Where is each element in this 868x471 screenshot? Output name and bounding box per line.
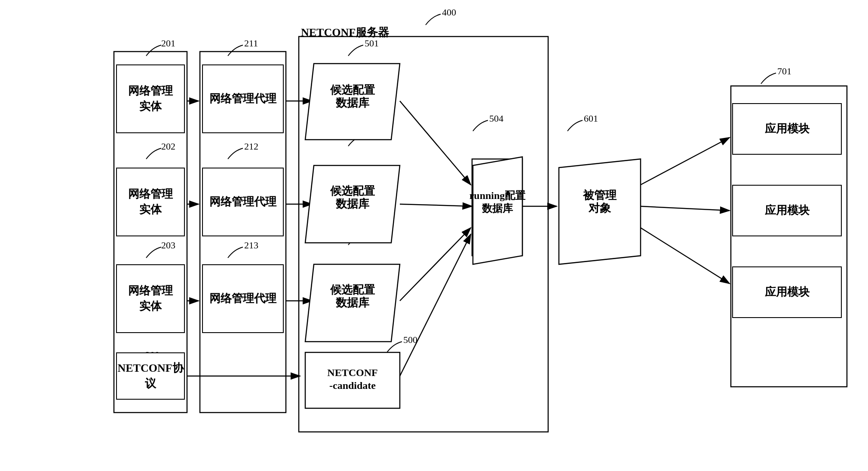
label-203: 203 [161, 240, 175, 251]
agent-1: 网络管理代理 [202, 64, 284, 133]
label-500: 500 [403, 334, 417, 346]
label-502: 502 [365, 128, 379, 139]
entity-2: 网络管理实体 [116, 168, 185, 236]
label-201: 201 [161, 38, 175, 49]
app-3-label: 应用模块 [765, 284, 810, 300]
label-504: 504 [489, 113, 503, 124]
agent-3: 网络管理代理 [202, 264, 284, 333]
label-213: 213 [244, 240, 258, 251]
app-1: 应用模块 [732, 103, 842, 155]
svg-line-16 [400, 234, 471, 376]
svg-line-20 [641, 228, 730, 284]
app-2-label: 应用模块 [765, 203, 810, 218]
svg-line-14 [400, 204, 472, 206]
netconf-server-label: NETCONF服务器 [301, 25, 389, 40]
entity-1-label: 网络管理实体 [128, 83, 173, 115]
entity-3: 网络管理实体 [116, 264, 185, 333]
label-503: 503 [365, 227, 379, 238]
app-2: 应用模块 [732, 185, 842, 236]
agent-2-label: 网络管理代理 [209, 194, 276, 210]
netconf-proto: NETCONF协议 [116, 352, 185, 400]
svg-line-13 [400, 101, 471, 185]
diagram: 201 202 203 200 211 212 213 501 502 503 … [0, 0, 868, 471]
svg-line-19 [641, 206, 730, 211]
agent-2: 网络管理代理 [202, 168, 284, 236]
entity-2-label: 网络管理实体 [128, 187, 173, 218]
entity-3-label: 网络管理实体 [128, 283, 173, 315]
entity-1: 网络管理实体 [116, 64, 185, 133]
app-3: 应用模块 [732, 266, 842, 318]
label-202: 202 [161, 141, 175, 152]
label-400: 400 [442, 7, 456, 18]
svg-line-15 [400, 228, 471, 301]
netconf-proto-label: NETCONF协议 [117, 361, 184, 392]
app-1-label: 应用模块 [765, 121, 810, 137]
agent-1-label: 网络管理代理 [209, 91, 276, 107]
label-212: 212 [244, 141, 258, 152]
svg-rect-4 [299, 37, 548, 432]
agent-3-label: 网络管理代理 [209, 291, 276, 306]
label-701: 701 [777, 66, 791, 77]
label-601: 601 [584, 113, 598, 124]
svg-line-18 [641, 138, 730, 185]
label-211: 211 [244, 38, 258, 49]
